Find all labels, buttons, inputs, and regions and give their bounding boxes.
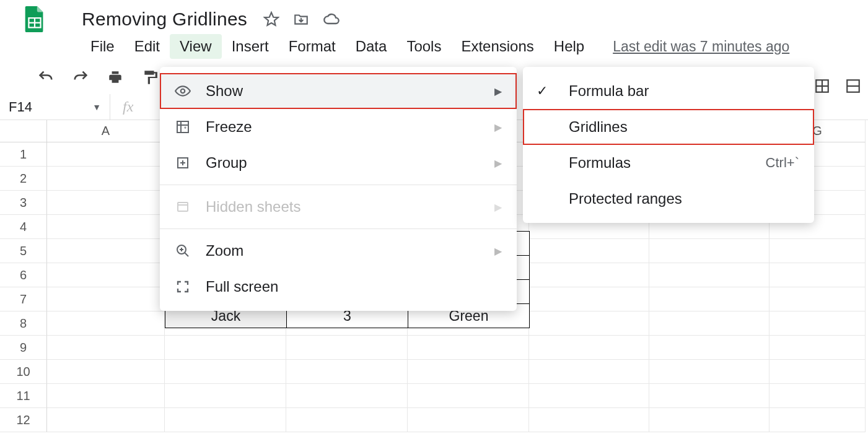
cell[interactable] (47, 408, 165, 432)
cell[interactable] (769, 408, 866, 432)
cell[interactable] (408, 384, 529, 408)
eye-icon (173, 83, 192, 99)
row-header[interactable]: 7 (0, 287, 47, 311)
merge-button[interactable] (844, 77, 862, 95)
cell[interactable] (529, 287, 649, 311)
borders-button[interactable] (813, 77, 831, 95)
cell[interactable] (769, 263, 866, 287)
cell[interactable] (529, 384, 649, 408)
cell[interactable] (408, 336, 529, 360)
cell[interactable] (286, 360, 408, 384)
cell[interactable] (47, 263, 165, 287)
cell[interactable] (769, 360, 866, 384)
menu-data[interactable]: Data (346, 34, 397, 59)
star-icon[interactable] (263, 11, 279, 27)
paint-format-button[interactable] (141, 69, 159, 86)
last-edit-link[interactable]: Last edit was 7 minutes ago (613, 38, 789, 55)
cell[interactable] (165, 384, 286, 408)
menu-file[interactable]: File (81, 34, 125, 59)
cell[interactable] (47, 191, 165, 215)
cell[interactable] (649, 287, 769, 311)
cell[interactable] (286, 408, 408, 432)
cell[interactable] (769, 287, 866, 311)
row-header[interactable]: 1 (0, 142, 47, 167)
cell[interactable] (47, 215, 165, 239)
menu-fullscreen[interactable]: Full screen (160, 269, 517, 305)
menu-zoom[interactable]: Zoom ▶ (160, 233, 517, 269)
cell[interactable] (529, 408, 649, 432)
cell[interactable] (408, 408, 529, 432)
cell[interactable] (649, 239, 769, 263)
row-header[interactable]: 5 (0, 239, 47, 263)
move-icon[interactable] (293, 11, 309, 27)
cell[interactable] (165, 360, 286, 384)
submenu-gridlines[interactable]: Gridlines (523, 109, 814, 145)
cell[interactable] (408, 360, 529, 384)
cell[interactable] (47, 360, 165, 384)
cell[interactable] (47, 336, 165, 360)
sheets-logo[interactable] (19, 3, 51, 35)
print-button[interactable] (107, 69, 124, 86)
select-all-corner[interactable] (0, 120, 47, 142)
cell[interactable] (649, 336, 769, 360)
row-header[interactable]: 10 (0, 360, 47, 384)
cell[interactable] (529, 239, 649, 263)
cell[interactable] (529, 336, 649, 360)
cell[interactable] (165, 408, 286, 432)
menu-hidden-sheets: Hidden sheets ▶ (160, 189, 517, 225)
submenu-protected-ranges[interactable]: Protected ranges (523, 181, 814, 217)
cell[interactable] (47, 142, 165, 167)
row-header[interactable]: 12 (0, 408, 47, 432)
cell[interactable] (286, 336, 408, 360)
menu-tools[interactable]: Tools (397, 34, 451, 59)
chevron-right-icon: ▶ (494, 85, 502, 97)
cell[interactable] (47, 239, 165, 263)
submenu-formulas[interactable]: Formulas Ctrl+` (523, 145, 814, 181)
menu-group[interactable]: Group ▶ (160, 145, 517, 181)
cell[interactable] (165, 336, 286, 360)
cell[interactable] (47, 311, 165, 336)
cell[interactable] (649, 360, 769, 384)
menu-view[interactable]: View (170, 34, 222, 59)
cell[interactable] (47, 287, 165, 311)
row-header[interactable]: 9 (0, 336, 47, 360)
col-header[interactable]: A (47, 120, 165, 142)
menu-edit[interactable]: Edit (125, 34, 170, 59)
name-box-dropdown-icon[interactable]: ▼ (92, 102, 101, 112)
menu-insert[interactable]: Insert (222, 34, 279, 59)
cell[interactable] (649, 384, 769, 408)
menu-help[interactable]: Help (544, 34, 594, 59)
document-title[interactable]: Removing Gridlines (82, 9, 247, 30)
cell[interactable] (769, 311, 866, 336)
row-header[interactable]: 6 (0, 263, 47, 287)
row-header[interactable]: 4 (0, 215, 47, 239)
cell[interactable] (529, 263, 649, 287)
menu-extensions[interactable]: Extensions (451, 34, 543, 59)
cell[interactable] (649, 263, 769, 287)
cell[interactable] (769, 239, 866, 263)
row-header[interactable]: 8 (0, 311, 47, 336)
cell[interactable] (769, 384, 866, 408)
menu-format[interactable]: Format (279, 34, 346, 59)
menu-show[interactable]: Show ▶ (160, 73, 517, 109)
menu-show-label: Show (206, 82, 481, 100)
cell[interactable] (529, 360, 649, 384)
menu-freeze[interactable]: * Freeze ▶ (160, 109, 517, 145)
row-header[interactable]: 11 (0, 384, 47, 408)
cell[interactable] (769, 336, 866, 360)
cell[interactable] (47, 384, 165, 408)
cell[interactable] (649, 311, 769, 336)
cloud-status-icon[interactable] (323, 11, 340, 28)
cell[interactable] (286, 384, 408, 408)
cell[interactable] (47, 167, 165, 191)
submenu-formula-bar[interactable]: ✓ Formula bar (523, 73, 814, 109)
cell[interactable] (529, 311, 649, 336)
cell[interactable] (649, 408, 769, 432)
undo-button[interactable] (37, 69, 55, 86)
chevron-right-icon: ▶ (494, 157, 502, 169)
submenu-formula-bar-label: Formula bar (569, 82, 799, 100)
row-header[interactable]: 2 (0, 167, 47, 191)
name-box[interactable]: F14 ▼ (0, 94, 110, 120)
row-header[interactable]: 3 (0, 191, 47, 215)
redo-button[interactable] (72, 69, 89, 86)
